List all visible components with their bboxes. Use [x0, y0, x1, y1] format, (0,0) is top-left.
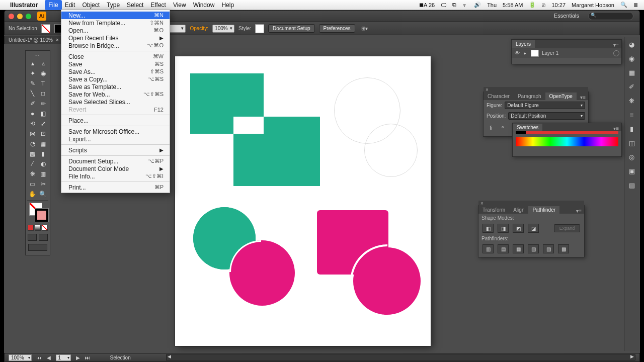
unite-button[interactable]: ◧ — [482, 224, 494, 233]
file-close[interactable]: Close⌘W — [61, 53, 170, 60]
align-icon[interactable]: ⊞▾ — [361, 26, 368, 31]
volume-icon[interactable]: 🔊 — [474, 2, 481, 8]
line-tool[interactable]: ╲ — [27, 88, 38, 99]
file-save-as[interactable]: Save As...⇧⌘S — [61, 68, 170, 75]
ot-icon-2[interactable]: ᵃ — [498, 123, 507, 132]
menu-object[interactable]: Object — [82, 2, 100, 9]
ot-icon-1[interactable]: fi — [487, 123, 496, 132]
pen-tool[interactable]: ✎ — [27, 78, 38, 88]
crop-button[interactable]: ▧ — [528, 244, 539, 253]
artboard-nav-prev[interactable]: ⏮ — [37, 355, 42, 360]
file-save-template[interactable]: Save as Template... — [61, 83, 170, 90]
document-tab[interactable]: Untitled-1* @ 100%× — [4, 36, 63, 44]
swatches-panel-icon[interactable]: ▦ — [624, 65, 639, 79]
file-open[interactable]: Open...⌘O — [61, 27, 170, 34]
clock-time[interactable]: 5:58 AM — [503, 2, 523, 8]
file-doc-setup[interactable]: Document Setup...⌥⌘P — [61, 157, 170, 165]
free-transform-tool[interactable]: ⊡ — [38, 129, 48, 139]
artboard-tool[interactable]: ▭ — [27, 179, 38, 189]
figure-dropdown[interactable]: Default Figure — [505, 102, 585, 109]
layers-tab[interactable]: Layers — [512, 40, 535, 48]
blend-tool[interactable]: ◐ — [38, 159, 48, 169]
graph-tool[interactable]: ▥ — [38, 169, 48, 179]
window-close[interactable] — [9, 14, 14, 19]
user-name[interactable]: Margaret Hobson — [572, 2, 614, 8]
char-tab[interactable]: Character — [484, 93, 514, 100]
tab-close-icon[interactable]: × — [56, 37, 59, 43]
opentype-tab[interactable]: OpenType — [545, 93, 577, 100]
blob-brush-tool[interactable]: ● — [27, 109, 38, 119]
pathfinder-tab[interactable]: Pathfinder — [528, 206, 559, 214]
paintbrush-tool[interactable]: ✐ — [27, 99, 38, 109]
panel-menu-icon[interactable]: ▾≡ — [574, 208, 584, 214]
symbol-sprayer-tool[interactable]: ❋ — [27, 169, 38, 179]
eraser-tool[interactable]: ◧ — [38, 109, 48, 119]
menu-window[interactable]: Window — [193, 2, 215, 9]
notifications-icon[interactable]: ≣ — [633, 2, 638, 8]
swatch-row[interactable] — [516, 131, 618, 134]
fill-swatch[interactable] — [41, 24, 50, 33]
appearance-panel-icon[interactable]: ◎ — [624, 150, 639, 164]
artboard-nav-last[interactable]: ⏭ — [85, 355, 90, 360]
menu-help[interactable]: Help — [221, 2, 234, 9]
exclude-button[interactable]: ◪ — [528, 224, 539, 233]
para-tab[interactable]: Paragraph — [514, 93, 545, 100]
draw-normal-icon[interactable] — [28, 234, 37, 241]
horizontal-scrollbar[interactable] — [166, 354, 635, 360]
shape-builder-tool[interactable]: ◔ — [27, 139, 38, 149]
spotlight-icon[interactable]: 🔍 — [620, 2, 627, 8]
panel-menu-icon[interactable]: ▾≡ — [611, 126, 621, 131]
file-save-slices[interactable]: Save Selected Slices... — [61, 98, 170, 106]
position-dropdown[interactable]: Default Position — [508, 112, 585, 120]
mesh-tool[interactable]: ▩ — [27, 149, 38, 159]
transparency-panel-icon[interactable]: ◫ — [624, 136, 639, 150]
fill-stroke-control[interactable] — [28, 203, 47, 223]
file-save-msoffice[interactable]: Save for Microsoft Office... — [61, 128, 170, 135]
layer-row[interactable]: 👁 ▸ Layer 1 — [512, 48, 621, 58]
trim-button[interactable]: ▤ — [498, 244, 509, 253]
file-browse-bridge[interactable]: Browse in Bridge...⌥⌘O — [61, 42, 170, 49]
eyedropper-tool[interactable]: ⁄ — [27, 159, 38, 169]
perspective-tool[interactable]: ▦ — [38, 139, 48, 149]
graphic-styles-icon[interactable]: ▣ — [624, 164, 639, 178]
graphic-style-swatch[interactable] — [255, 24, 264, 33]
zoom-tool[interactable]: 🔍 — [38, 189, 48, 199]
battery-icon[interactable]: 🔋 — [529, 2, 536, 8]
app-name[interactable]: Illustrator — [10, 2, 38, 9]
shape-teal-square-2[interactable] — [233, 117, 320, 186]
menu-view[interactable]: View — [173, 2, 186, 9]
workspace-switcher[interactable]: Essentials — [554, 13, 579, 19]
none-mode-icon[interactable] — [42, 225, 48, 231]
zoom-dropdown[interactable]: 100% — [9, 354, 32, 361]
wifi-icon[interactable]: ᯤ — [462, 2, 468, 8]
menu-edit[interactable]: Edit — [65, 2, 75, 9]
file-save-copy[interactable]: Save a Copy...⌥⌘S — [61, 75, 170, 83]
gradient-panel-icon[interactable]: ▮ — [624, 122, 639, 136]
shape-pink-circle-1[interactable] — [229, 240, 295, 306]
divide-button[interactable]: ▥ — [482, 244, 494, 253]
artboard-nav-fwd[interactable]: ▶ — [76, 355, 80, 360]
direct-selection-tool[interactable]: ▵ — [38, 58, 48, 68]
shape-outline-circle-2[interactable] — [364, 124, 418, 177]
rotate-tool[interactable]: ⟲ — [27, 119, 38, 129]
transform-tab[interactable]: Transform — [478, 206, 509, 214]
panel-menu-icon[interactable]: ▾≡ — [578, 95, 588, 100]
symbols-panel-icon[interactable]: ❋ — [624, 94, 639, 108]
screen-icon[interactable]: 🖵 — [441, 2, 446, 8]
minus-back-button[interactable]: ▩ — [558, 244, 569, 253]
screen-mode-icon[interactable] — [28, 244, 47, 251]
file-new-template[interactable]: New from Template...⇧⌘N — [61, 19, 170, 27]
file-scripts[interactable]: Scripts▶ — [61, 146, 170, 154]
stroke-panel-icon[interactable]: ≡ — [624, 108, 639, 122]
panel-menu-icon[interactable]: ▾≡ — [611, 42, 621, 48]
file-export[interactable]: Export... — [61, 135, 170, 143]
magic-wand-tool[interactable]: ✦ — [27, 68, 38, 78]
window-zoom[interactable] — [26, 14, 31, 19]
color-panel-icon[interactable]: ◕ — [624, 37, 639, 51]
layer-name[interactable]: Layer 1 — [542, 50, 610, 56]
layers-panel-icon[interactable]: ▤ — [624, 178, 639, 192]
target-icon[interactable] — [613, 50, 619, 56]
outline-button[interactable]: ▨ — [543, 244, 554, 253]
file-save[interactable]: Save⌘S — [61, 60, 170, 68]
width-tool[interactable]: ⋈ — [27, 129, 38, 139]
